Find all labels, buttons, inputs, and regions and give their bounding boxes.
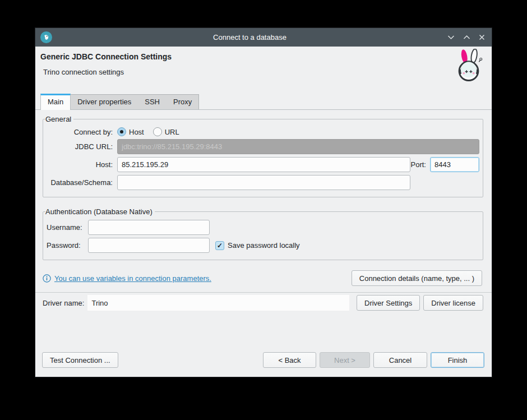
page-subtitle: Trino connection settings	[43, 68, 484, 76]
database-schema-label: Database/Schema:	[47, 178, 113, 187]
test-connection-button[interactable]: Test Connection ...	[42, 352, 118, 368]
tab-ssh[interactable]: SSH	[138, 95, 167, 109]
titlebar: Connect to a database	[35, 28, 492, 47]
variables-link[interactable]: You can use variables in connection para…	[54, 274, 211, 283]
connect-database-dialog: Connect to a database Generic JDBC Conne…	[35, 28, 492, 377]
general-group-label: General	[45, 115, 73, 123]
next-button: Next >	[320, 352, 370, 368]
password-row: Password: ✓ Save password locally	[47, 238, 479, 253]
back-button[interactable]: < Back	[263, 352, 316, 368]
database-row: Database/Schema:	[47, 175, 479, 190]
connect-by-host-label[interactable]: Host	[129, 128, 144, 136]
host-row: Host: Port:	[47, 157, 479, 172]
driver-row: Driver name: Trino Driver Settings Drive…	[35, 293, 492, 311]
authentication-group: Authentication (Database Native) Usernam…	[43, 207, 483, 260]
username-row: Username:	[47, 220, 479, 235]
jdbc-url-input	[117, 139, 479, 154]
hint-row: You can use variables in connection para…	[43, 270, 482, 286]
tab-main[interactable]: Main	[40, 94, 71, 110]
driver-name-value: Trino	[91, 299, 108, 307]
cancel-button[interactable]: Cancel	[373, 352, 427, 368]
trino-bunny-logo	[452, 49, 485, 85]
tab-bar: Main Driver properties SSH Proxy	[35, 94, 492, 110]
connect-by-label: Connect by:	[47, 128, 113, 136]
save-password-label[interactable]: Save password locally	[228, 241, 300, 250]
connect-by-row: Connect by: Host URL	[47, 127, 479, 136]
driver-name-field: Trino	[87, 295, 349, 311]
general-group: General Connect by: Host URL JDBC URL: H…	[43, 115, 483, 197]
host-input[interactable]	[117, 157, 410, 172]
driver-settings-button[interactable]: Driver Settings	[357, 295, 420, 311]
database-schema-input[interactable]	[117, 175, 410, 190]
host-label: Host:	[47, 160, 113, 169]
jdbc-url-label: JDBC URL:	[47, 142, 113, 151]
username-input[interactable]	[88, 220, 210, 235]
tab-proxy[interactable]: Proxy	[167, 95, 198, 109]
authentication-group-label: Authentication (Database Native)	[45, 207, 155, 216]
save-password-checkbox[interactable]: ✓	[215, 241, 224, 250]
dbeaver-app-icon	[40, 31, 52, 43]
connection-details-button[interactable]: Connection details (name, type, ... )	[352, 270, 482, 286]
driver-license-button[interactable]: Driver license	[423, 295, 483, 311]
minimize-icon[interactable]	[447, 35, 455, 40]
dialog-footer: Test Connection ... < Back Next > Cancel…	[35, 352, 492, 377]
password-label: Password:	[47, 241, 87, 250]
connect-by-url-label[interactable]: URL	[165, 128, 179, 136]
dialog-header: Generic JDBC Connection Settings Trino c…	[35, 47, 492, 94]
window-title: Connect to a database	[52, 33, 447, 41]
connect-by-url-radio[interactable]	[153, 127, 162, 136]
connect-by-host-radio[interactable]	[117, 127, 126, 136]
finish-button[interactable]: Finish	[431, 352, 484, 368]
password-input[interactable]	[88, 238, 210, 253]
maximize-icon[interactable]	[463, 35, 470, 40]
username-label: Username:	[47, 223, 87, 232]
close-icon[interactable]	[479, 34, 485, 40]
port-input[interactable]	[430, 157, 479, 172]
driver-name-label: Driver name:	[43, 299, 84, 307]
tab-driver-properties[interactable]: Driver properties	[71, 95, 138, 109]
port-label: Port:	[411, 160, 426, 169]
jdbc-url-row: JDBC URL:	[47, 139, 479, 154]
page-title: Generic JDBC Connection Settings	[40, 52, 484, 61]
info-icon	[43, 274, 51, 283]
